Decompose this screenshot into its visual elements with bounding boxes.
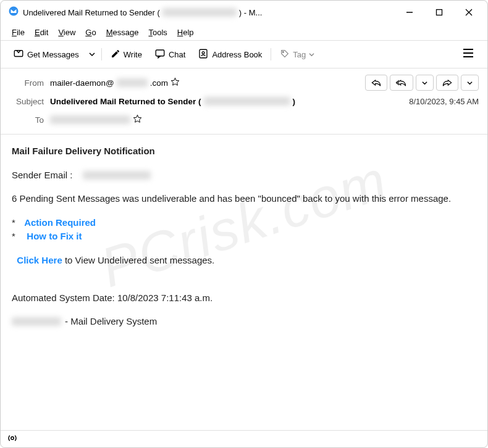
get-messages-dropdown[interactable] bbox=[86, 46, 98, 62]
app-icon bbox=[8, 6, 23, 19]
svg-rect-5 bbox=[14, 50, 23, 56]
menubar: File Edit View Go Message Tools Help bbox=[1, 24, 487, 40]
tag-label: Tag bbox=[293, 50, 306, 59]
inbox-icon bbox=[13, 48, 24, 61]
chat-label: Chat bbox=[169, 50, 185, 59]
svg-point-8 bbox=[203, 51, 205, 54]
menu-go[interactable]: Go bbox=[82, 27, 99, 38]
subject-label: Subject bbox=[9, 97, 44, 106]
get-messages-label: Get Messages bbox=[27, 50, 79, 59]
address-book-label: Address Book bbox=[212, 50, 262, 59]
auto-date-line: Automated System Date: 10/8/2023 7:11:43… bbox=[12, 291, 476, 305]
main-text: 6 Pending Sent Messages was undeliverabl… bbox=[12, 192, 476, 206]
tag-button[interactable]: Tag bbox=[275, 46, 319, 64]
maximize-button[interactable] bbox=[433, 6, 445, 19]
to-value bbox=[50, 114, 142, 125]
to-label: To bbox=[9, 115, 44, 125]
svg-point-13 bbox=[11, 436, 14, 439]
status-icon[interactable] bbox=[7, 433, 18, 446]
from-value: mailer-daemon@.com bbox=[50, 77, 180, 88]
how-to-fix-link[interactable]: How to Fix it bbox=[27, 230, 82, 244]
address-book-button[interactable]: Address Book bbox=[193, 45, 267, 64]
tag-icon bbox=[280, 49, 290, 60]
star-contact-button-2[interactable] bbox=[133, 114, 142, 125]
chevron-down-icon bbox=[422, 80, 427, 86]
chevron-down-icon bbox=[309, 52, 314, 57]
reply-all-button[interactable] bbox=[390, 75, 413, 91]
titlebar: Undelivered Mail Returned to Sender ( ) … bbox=[1, 1, 487, 24]
menu-help[interactable]: Help bbox=[174, 27, 198, 38]
reply-all-icon bbox=[396, 78, 407, 87]
menu-view[interactable]: View bbox=[54, 27, 79, 38]
menu-file[interactable]: File bbox=[8, 27, 28, 38]
chat-icon bbox=[154, 48, 166, 61]
chevron-down-icon bbox=[467, 80, 473, 86]
action-required-link[interactable]: Action Required bbox=[24, 216, 96, 230]
body-title: Mail Failure Delivery Notification bbox=[12, 144, 476, 159]
statusbar bbox=[1, 430, 487, 447]
window-title: Undelivered Mail Returned to Sender ( ) … bbox=[23, 8, 403, 17]
forward-button[interactable] bbox=[436, 75, 458, 91]
forward-icon bbox=[442, 78, 452, 87]
menu-tools[interactable]: Tools bbox=[145, 27, 170, 38]
get-messages-button[interactable]: Get Messages bbox=[8, 45, 84, 64]
write-label: Write bbox=[124, 50, 142, 59]
hamburger-icon bbox=[463, 48, 474, 58]
bullet-action-required: * Action Required bbox=[12, 216, 476, 230]
pencil-icon bbox=[111, 49, 120, 60]
minimize-button[interactable] bbox=[403, 6, 416, 19]
sender-email-line: Sender Email : bbox=[12, 168, 476, 183]
click-here-line: Click Here to View Undelivered sent mess… bbox=[12, 254, 476, 268]
menu-edit[interactable]: Edit bbox=[31, 27, 52, 38]
chat-button[interactable]: Chat bbox=[149, 45, 190, 64]
message-timestamp: 8/10/2023, 9:45 AM bbox=[409, 97, 479, 106]
message-body: Mail Failure Delivery Notification Sende… bbox=[1, 135, 487, 349]
system-line: - Mail Delivery System bbox=[12, 315, 476, 329]
message-headers: From mailer-daemon@.com Subject Undelive… bbox=[1, 68, 487, 134]
app-menu-button[interactable] bbox=[456, 44, 480, 64]
svg-point-0 bbox=[9, 7, 19, 16]
address-book-icon bbox=[198, 48, 209, 61]
svg-rect-6 bbox=[156, 50, 164, 56]
bullet-how-to-fix: * How to Fix it bbox=[12, 230, 476, 244]
subject-value: Undelivered Mail Returned to Sender ( ) bbox=[50, 97, 295, 106]
from-label: From bbox=[9, 78, 44, 88]
menu-message[interactable]: Message bbox=[103, 27, 143, 38]
toolbar: Get Messages Write Chat Address Book Tag bbox=[1, 41, 487, 68]
write-button[interactable]: Write bbox=[106, 46, 147, 64]
reply-dropdown-2[interactable] bbox=[461, 75, 479, 91]
reply-button[interactable] bbox=[365, 75, 387, 91]
svg-point-9 bbox=[283, 51, 284, 52]
close-button[interactable] bbox=[463, 6, 475, 19]
svg-rect-2 bbox=[437, 10, 442, 15]
reply-dropdown-1[interactable] bbox=[416, 75, 434, 91]
click-here-link[interactable]: Click Here bbox=[17, 255, 62, 265]
reply-icon bbox=[371, 78, 381, 87]
star-contact-button[interactable] bbox=[170, 77, 180, 88]
